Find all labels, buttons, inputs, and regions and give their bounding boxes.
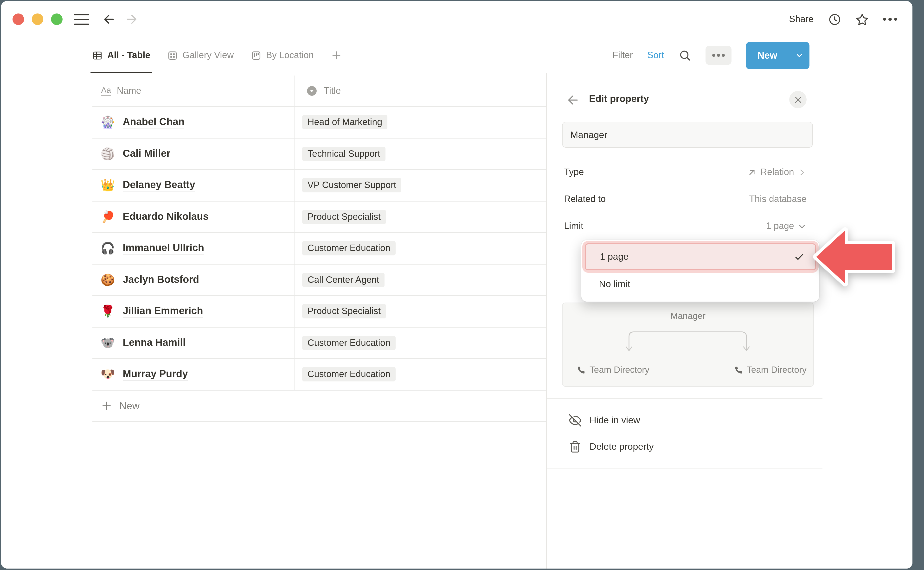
view-tab[interactable]: By Location xyxy=(251,38,314,73)
panel-close-icon[interactable] xyxy=(789,91,807,108)
more-options-icon[interactable] xyxy=(883,18,897,21)
person-name-cell[interactable]: 👑 Delaney Beatty xyxy=(92,170,295,201)
table-view-icon xyxy=(92,50,103,60)
person-name-cell[interactable]: 🎧 Immanuel Ullrich xyxy=(92,233,295,264)
person-name-cell[interactable]: 🎡 Anabel Chan xyxy=(92,107,295,138)
person-title-cell[interactable]: Customer Education xyxy=(295,359,546,390)
updates-clock-icon[interactable] xyxy=(828,13,841,26)
person-title-cell[interactable]: Customer Education xyxy=(295,233,546,264)
sidebar-menu-icon[interactable] xyxy=(74,14,89,25)
title-tag: Customer Education xyxy=(302,336,396,350)
page-body: Aa Name Title 🎡 Anabel Chan xyxy=(1,73,912,568)
person-title-cell[interactable]: Technical Support xyxy=(295,138,546,169)
relation-preview: Manager Team Directory xyxy=(562,303,814,387)
column-header-title[interactable]: Title xyxy=(295,75,546,106)
select-property-icon xyxy=(306,85,318,97)
new-record-label: New xyxy=(746,41,789,69)
panel-title: Edit property xyxy=(589,93,649,104)
table-header-row: Aa Name Title xyxy=(92,75,546,107)
forward-arrow-icon[interactable] xyxy=(125,12,139,26)
back-arrow-icon[interactable] xyxy=(102,12,115,26)
new-record-button[interactable]: New xyxy=(746,41,809,69)
person-name-cell[interactable]: 🏐 Cali Miller xyxy=(92,138,295,169)
person-name-cell[interactable]: 🏓 Eduardo Nikolaus xyxy=(92,201,295,232)
person-name-cell[interactable]: 🌹 Jillian Emmerich xyxy=(92,296,295,327)
person-name-cell[interactable]: 🐨 Lenna Hamill xyxy=(92,327,295,359)
limit-dropdown-option[interactable]: 1 page xyxy=(585,243,816,270)
column-title-label: Title xyxy=(324,86,341,96)
person-title-cell[interactable]: Customer Education xyxy=(295,327,546,359)
checkmark-icon xyxy=(794,251,804,262)
limit-dropdown-option[interactable]: No limit xyxy=(585,271,816,297)
add-row-button[interactable]: New xyxy=(92,390,546,422)
view-tab[interactable]: Gallery View xyxy=(168,38,234,73)
view-tabbar: All - Table Gallery View xyxy=(1,38,912,73)
table-row: 🎧 Immanuel Ullrich Customer Education xyxy=(92,233,546,264)
person-title-cell[interactable]: VP Customer Support xyxy=(295,170,546,201)
column-header-name[interactable]: Aa Name xyxy=(92,75,295,106)
person-page-link[interactable]: Jaclyn Botsford xyxy=(123,274,199,286)
window-controls xyxy=(12,14,63,25)
title-tag: Product Specialist xyxy=(302,210,386,224)
person-page-link[interactable]: Lenna Hamill xyxy=(123,337,186,349)
trash-icon xyxy=(569,440,581,453)
preview-child-label: Team Directory xyxy=(589,365,649,375)
limit-option-label: 1 page xyxy=(600,251,629,262)
text-property-icon: Aa xyxy=(101,86,111,96)
sort-button[interactable]: Sort xyxy=(647,50,664,61)
property-field-row[interactable]: Related to This database xyxy=(564,186,807,213)
share-button[interactable]: Share xyxy=(789,14,813,25)
view-tab[interactable]: All - Table xyxy=(92,38,150,73)
person-title-cell[interactable]: Product Specialist xyxy=(295,201,546,232)
panel-action-item[interactable]: Hide in view xyxy=(547,407,823,434)
person-title-cell[interactable]: Call Center Agent xyxy=(295,264,546,295)
field-label: Limit xyxy=(564,221,583,231)
table-row: 🎡 Anabel Chan Head of Marketing xyxy=(92,107,546,138)
desktop-backdrop: Share xyxy=(0,0,924,570)
app-window: Share xyxy=(1,1,912,568)
field-value: Relation xyxy=(761,167,794,178)
person-page-link[interactable]: Immanuel Ullrich xyxy=(123,242,204,255)
person-emoji-icon: 🏐 xyxy=(101,147,115,161)
title-tag: Product Specialist xyxy=(302,304,386,319)
preview-bracket-lines xyxy=(626,329,750,354)
panel-back-icon[interactable] xyxy=(566,93,579,107)
person-page-link[interactable]: Murray Purdy xyxy=(123,368,188,381)
property-name-input[interactable] xyxy=(562,122,813,148)
person-name-cell[interactable]: 🐶 Murray Purdy xyxy=(92,359,295,390)
table-row: 👑 Delaney Beatty VP Customer Support xyxy=(92,170,546,201)
property-field-row[interactable]: Type Relation xyxy=(564,159,807,186)
view-options-icon[interactable] xyxy=(706,46,732,65)
new-record-dropdown-icon[interactable] xyxy=(789,41,809,69)
property-field-row[interactable]: Limit 1 page xyxy=(564,213,807,239)
add-view-button[interactable] xyxy=(331,38,342,73)
person-page-link[interactable]: Anabel Chan xyxy=(123,116,184,129)
maximize-window-button[interactable] xyxy=(51,14,63,25)
close-window-button[interactable] xyxy=(12,14,24,25)
filter-button[interactable]: Filter xyxy=(612,50,633,61)
person-page-link[interactable]: Cali Miller xyxy=(123,148,170,160)
favorite-star-icon[interactable] xyxy=(855,13,869,26)
person-page-link[interactable]: Eduardo Nikolaus xyxy=(123,211,209,223)
panel-divider-bottom xyxy=(547,468,823,469)
person-name-cell[interactable]: 🍪 Jaclyn Botsford xyxy=(92,264,295,295)
person-page-link[interactable]: Jillian Emmerich xyxy=(123,305,203,318)
title-tag: Call Center Agent xyxy=(302,273,385,287)
person-emoji-icon: 👑 xyxy=(101,179,115,192)
view-tab-label: All - Table xyxy=(107,50,150,61)
panel-action-label: Hide in view xyxy=(589,415,640,426)
person-emoji-icon: 🌹 xyxy=(101,305,115,318)
table-row: 🌹 Jillian Emmerich Product Specialist xyxy=(92,296,546,327)
person-page-link[interactable]: Delaney Beatty xyxy=(123,179,195,192)
arrow-up-right-icon xyxy=(747,167,757,177)
panel-action-item[interactable]: Delete property xyxy=(547,434,823,460)
person-title-cell[interactable]: Product Specialist xyxy=(295,296,546,327)
field-label: Type xyxy=(564,167,584,178)
person-title-cell[interactable]: Head of Marketing xyxy=(295,107,546,138)
edit-property-panel: Edit property Type Relation xyxy=(546,73,912,568)
minimize-window-button[interactable] xyxy=(32,14,43,25)
annotation-arrow-icon xyxy=(813,226,896,290)
search-icon[interactable] xyxy=(678,49,691,61)
table-row: 🍪 Jaclyn Botsford Call Center Agent xyxy=(92,264,546,296)
table-row: 🐶 Murray Purdy Customer Education xyxy=(92,359,546,390)
